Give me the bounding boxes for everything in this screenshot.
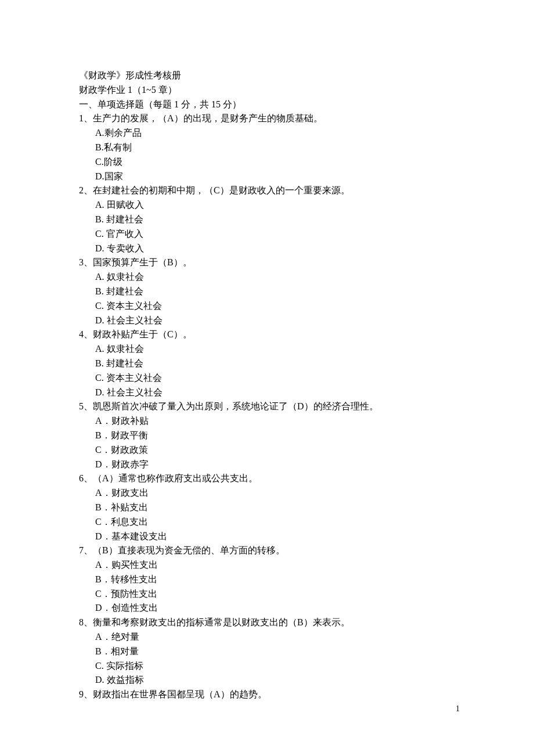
question-option: B. 封建社会 bbox=[79, 357, 464, 371]
question-option: A.剩余产品 bbox=[79, 126, 464, 141]
question-option: A. 田赋收入 bbox=[79, 198, 464, 213]
question-option: D. 专卖收入 bbox=[79, 242, 464, 256]
question-stem: 8、衡量和考察财政支出的指标通常是以财政支出的（B）来表示。 bbox=[79, 615, 464, 630]
question-option: C. 实际指标 bbox=[79, 659, 464, 674]
question-option: D. 效益指标 bbox=[79, 673, 464, 687]
question-stem: 5、凯恩斯首次冲破了量入为出原则，系统地论证了（D）的经济合理性。 bbox=[79, 399, 464, 414]
question-option: D．创造性支出 bbox=[79, 601, 464, 615]
page-number: 1 bbox=[456, 703, 460, 715]
question-option: D.国家 bbox=[79, 170, 464, 184]
question-option: D. 社会主义社会 bbox=[79, 386, 464, 400]
question-option: C. 官产收入 bbox=[79, 227, 464, 242]
question-option: A．财政支出 bbox=[79, 486, 464, 501]
question-stem: 9、财政指出在世界各国都呈现（A）的趋势。 bbox=[79, 687, 464, 702]
question-stem: 6、（A）通常也称作政府支出或公共支出。 bbox=[79, 471, 464, 486]
question-option: B. 封建社会 bbox=[79, 213, 464, 227]
question-option: C．预防性支出 bbox=[79, 587, 464, 602]
question-option: B．转移性支出 bbox=[79, 573, 464, 587]
question-option: B．财政平衡 bbox=[79, 429, 464, 443]
question-option: A．绝对量 bbox=[79, 630, 464, 645]
question-option: B. 封建社会 bbox=[79, 285, 464, 299]
question-option: A. 奴隶社会 bbox=[79, 342, 464, 357]
question-stem: 3、国家预算产生于（B）。 bbox=[79, 255, 464, 270]
question-option: D．财政赤字 bbox=[79, 458, 464, 472]
question-stem: 1、生产力的发展，（A）的出现，是财务产生的物质基础。 bbox=[79, 111, 464, 126]
question-option: D．基本建设支出 bbox=[79, 530, 464, 544]
question-stem: 7、（B）直接表现为资金无偿的、单方面的转移。 bbox=[79, 543, 464, 558]
question-option: C.阶级 bbox=[79, 155, 464, 170]
doc-title: 《财政学》形成性考核册 bbox=[79, 69, 464, 83]
question-option: A．财政补贴 bbox=[79, 414, 464, 429]
question-option: A. 奴隶社会 bbox=[79, 270, 464, 285]
question-option: C．利息支出 bbox=[79, 515, 464, 530]
section-title: 一、单项选择题（每题 1 分，共 15 分） bbox=[79, 98, 464, 112]
question-stem: 2、在封建社会的初期和中期，（C）是财政收入的一个重要来源。 bbox=[79, 183, 464, 198]
question-option: A．购买性支出 bbox=[79, 558, 464, 573]
question-option: B．相对量 bbox=[79, 645, 464, 659]
question-option: B．补贴支出 bbox=[79, 501, 464, 515]
question-option: C. 资本主义社会 bbox=[79, 371, 464, 386]
assignment-title: 财政学作业 1（1~5 章） bbox=[79, 83, 464, 98]
question-option: C. 资本主义社会 bbox=[79, 299, 464, 314]
question-option: D. 社会主义社会 bbox=[79, 314, 464, 328]
question-stem: 4、财政补贴产生于（C）。 bbox=[79, 327, 464, 342]
question-option: B.私有制 bbox=[79, 141, 464, 155]
question-option: C．财政政策 bbox=[79, 443, 464, 458]
